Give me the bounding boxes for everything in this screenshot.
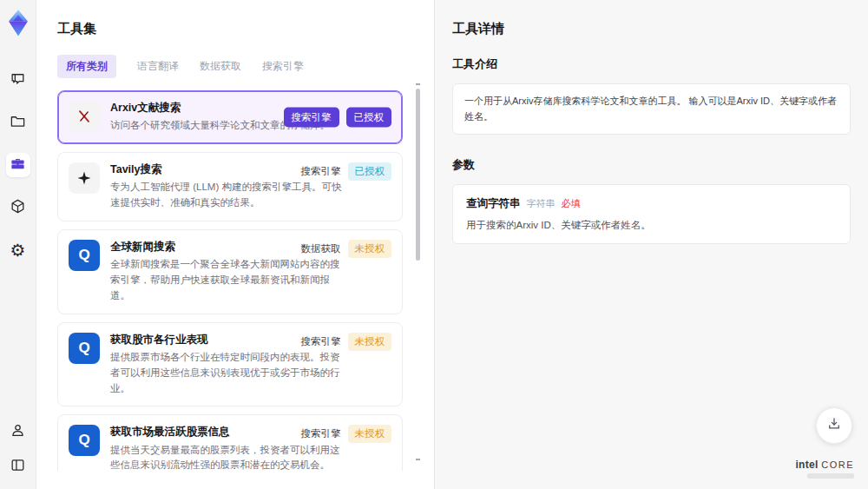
tab-all-categories[interactable]: 所有类别 [57, 55, 116, 78]
parameter-card: 查询字符串 字符串 必填 用于搜索的Arxiv ID、关键字或作者姓名。 [452, 184, 851, 244]
page-title: 工具集 [57, 21, 415, 37]
auth-status-badge: 未授权 [348, 240, 392, 258]
brand-subtext [807, 473, 854, 479]
arxiv-logo-icon [69, 101, 100, 132]
tool-list: Arxiv文献搜索 访问各个研究领域大量科学论文和文章的存储库。 搜索引擎 已授… [57, 90, 415, 471]
tool-card-tavily[interactable]: Tavily搜索 专为人工智能代理 (LLM) 构建的搜索引擎工具。可快速提供实… [57, 152, 403, 221]
detail-title: 工具详情 [452, 21, 851, 37]
tool-card-arxiv[interactable]: Arxiv文献搜索 访问各个研究领域大量科学论文和文章的存储库。 搜索引擎 已授… [57, 90, 403, 144]
tool-description: 提供当天交易量最高的股票列表，投资者可以利用这些信息来识别流动性强的股票和潜在的… [110, 443, 343, 471]
auth-status-badge: 已授权 [348, 162, 392, 181]
parameter-description: 用于搜索的Arxiv ID、关键字或作者姓名。 [466, 219, 837, 232]
parameter-type: 字符串 [527, 197, 556, 210]
tool-description: 专为人工智能代理 (LLM) 构建的搜索引擎工具。可快速提供实时、准确和真实的结… [110, 180, 343, 211]
scrollbar-top-cap [416, 83, 420, 85]
tavily-logo-icon [69, 162, 100, 194]
layout-panel-icon [10, 457, 26, 477]
chat-icon [10, 70, 26, 90]
news-search-logo-icon: Q [69, 240, 100, 271]
user-icon [10, 422, 26, 442]
gear-icon: ⚙ [10, 241, 26, 259]
category-label: 数据获取 [301, 242, 341, 255]
category-tabs: 所有类别 语言翻译 数据获取 搜索引擎 [57, 55, 415, 78]
tool-card-sector-performance[interactable]: Q 获取股市各行业表现 提供股票市场各个行业在特定时间段内的表现。投资者可以利用… [57, 322, 403, 407]
category-label: 搜索引擎 [301, 335, 341, 348]
sidebar-item-settings[interactable]: ⚙ [6, 238, 30, 262]
tool-intro-box: 一个用于从Arxiv存储库搜索科学论文和文章的工具。 输入可以是Arxiv ID… [452, 83, 851, 135]
category-label: 搜索引擎 [301, 165, 341, 178]
sidebar-item-files[interactable] [6, 110, 30, 135]
tab-search-engine[interactable]: 搜索引擎 [262, 55, 304, 78]
core-wordmark: CORE [821, 459, 854, 470]
sidebar-item-chat[interactable] [6, 68, 30, 92]
tab-data-fetching[interactable]: 数据获取 [200, 55, 241, 78]
list-scrollbar[interactable] [416, 83, 420, 476]
download-button[interactable] [816, 407, 852, 444]
sidebar-item-models[interactable] [6, 195, 30, 220]
tool-card-global-news[interactable]: Q 全球新闻搜索 全球新闻搜索是一个聚合全球各大新闻网站内容的搜索引擎，帮助用户… [57, 229, 403, 314]
category-badge: 搜索引擎 [284, 108, 339, 128]
folder-icon [10, 113, 26, 133]
parameter-required-flag: 必填 [562, 197, 581, 210]
tool-description: 全球新闻搜索是一个聚合全球各大新闻网站内容的搜索引擎，帮助用户快速获取全球最新资… [110, 257, 343, 303]
auth-status-badge: 未授权 [348, 333, 392, 351]
category-label: 搜索引擎 [301, 427, 341, 440]
scrollbar-bottom-cap [416, 459, 420, 460]
tool-detail-panel: 工具详情 工具介绍 一个用于从Arxiv存储库搜索科学论文和文章的工具。 输入可… [434, 0, 868, 489]
tool-list-panel: 工具集 所有类别 语言翻译 数据获取 搜索引擎 Arxiv文献搜索 访问各个研究… [36, 0, 434, 489]
left-sidebar: ⚙ [0, 0, 36, 489]
intel-core-logo: intel CORE [795, 459, 854, 479]
auth-status-badge: 未授权 [348, 425, 392, 443]
briefcase-icon [10, 155, 26, 175]
parameter-name: 查询字符串 [466, 196, 521, 211]
app-logo [5, 9, 31, 38]
scrollbar-thumb[interactable] [416, 89, 420, 261]
user-avatar[interactable] [6, 420, 30, 444]
auth-status-badge: 已授权 [346, 108, 392, 128]
stock-logo-icon: Q [69, 333, 100, 364]
intel-wordmark: intel [795, 459, 818, 471]
params-heading: 参数 [452, 157, 851, 173]
cube-icon [10, 198, 26, 218]
download-icon [826, 416, 842, 435]
tool-card-active-stocks[interactable]: Q 获取市场最活跃股票信息 提供当天交易量最高的股票列表，投资者可以利用这些信息… [57, 414, 403, 471]
sidebar-nav: ⚙ [6, 68, 30, 262]
collapse-sidebar-button[interactable] [6, 454, 30, 479]
tab-language-translation[interactable]: 语言翻译 [137, 55, 179, 78]
tool-description: 提供股票市场各个行业在特定时间段内的表现。投资者可以利用这些信息来识别表现优于或… [110, 350, 343, 396]
sidebar-item-toolbox[interactable] [6, 153, 30, 177]
intro-heading: 工具介绍 [452, 56, 851, 72]
sidebar-bottom [6, 420, 30, 479]
stock-logo-icon: Q [69, 425, 100, 456]
